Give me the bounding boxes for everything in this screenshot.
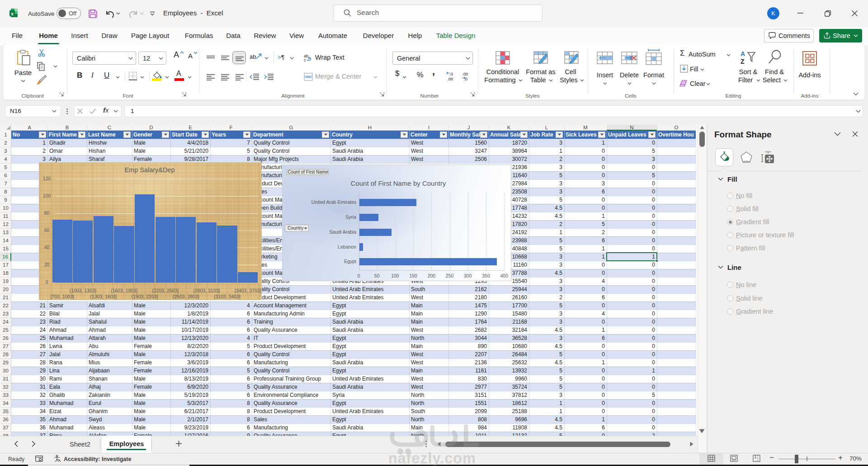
svg-text:Z: Z — [741, 58, 745, 65]
svg-text:nafezly.com: nafezly.com — [388, 450, 476, 466]
svg-text:c: c — [304, 58, 306, 62]
svg-text:.0: .0 — [449, 71, 453, 76]
svg-text:.00: .00 — [462, 71, 468, 76]
svg-text:A: A — [741, 50, 745, 57]
svg-text:x: x — [11, 11, 14, 16]
svg-text:.00: .00 — [447, 76, 453, 81]
